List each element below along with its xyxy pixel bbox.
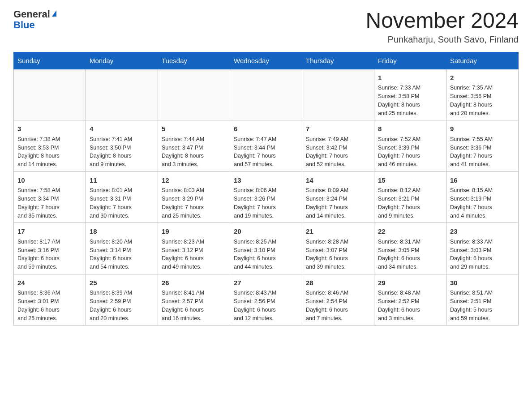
day-number: 27 xyxy=(234,278,298,288)
day-number: 14 xyxy=(306,176,370,186)
calendar-day-cell: 3Sunrise: 7:38 AM Sunset: 3:53 PM Daylig… xyxy=(14,120,86,172)
day-info: Sunrise: 7:41 AM Sunset: 3:50 PM Dayligh… xyxy=(90,135,154,169)
location-title: Punkaharju, South Savo, Finland xyxy=(365,34,519,45)
weekday-header: Monday xyxy=(86,52,158,69)
day-number: 6 xyxy=(234,124,298,134)
calendar-day-cell xyxy=(302,69,374,120)
calendar-day-cell: 19Sunrise: 8:23 AM Sunset: 3:12 PM Dayli… xyxy=(158,223,230,274)
day-number: 29 xyxy=(378,278,442,288)
day-number: 15 xyxy=(378,176,442,186)
day-number: 20 xyxy=(234,227,298,237)
calendar-day-cell xyxy=(86,69,158,120)
day-number: 18 xyxy=(90,227,154,237)
logo-blue-text: Blue xyxy=(13,20,35,30)
weekday-header: Friday xyxy=(374,52,446,69)
calendar-day-cell xyxy=(158,69,230,120)
day-number: 12 xyxy=(162,176,226,186)
day-info: Sunrise: 7:33 AM Sunset: 3:58 PM Dayligh… xyxy=(378,84,442,117)
calendar-day-cell: 11Sunrise: 8:01 AM Sunset: 3:31 PM Dayli… xyxy=(86,171,158,223)
day-info: Sunrise: 8:09 AM Sunset: 3:24 PM Dayligh… xyxy=(306,186,370,220)
day-number: 23 xyxy=(450,227,515,237)
title-block: November 2024 Punkaharju, South Savo, Fi… xyxy=(365,9,519,45)
calendar-day-cell: 14Sunrise: 8:09 AM Sunset: 3:24 PM Dayli… xyxy=(302,171,374,223)
day-number: 21 xyxy=(306,227,370,237)
day-info: Sunrise: 8:46 AM Sunset: 2:54 PM Dayligh… xyxy=(306,289,370,322)
day-number: 16 xyxy=(450,176,515,186)
weekday-header: Sunday xyxy=(14,52,86,69)
page-header: General Blue November 2024 Punkaharju, S… xyxy=(13,9,519,45)
day-info: Sunrise: 7:38 AM Sunset: 3:53 PM Dayligh… xyxy=(17,135,82,169)
day-number: 28 xyxy=(306,278,370,288)
calendar-table: SundayMondayTuesdayWednesdayThursdayFrid… xyxy=(13,52,519,326)
calendar-day-cell xyxy=(230,69,302,120)
calendar-day-cell: 1Sunrise: 7:33 AM Sunset: 3:58 PM Daylig… xyxy=(374,69,446,120)
calendar-day-cell xyxy=(14,69,86,120)
day-number: 7 xyxy=(306,124,370,134)
day-info: Sunrise: 7:35 AM Sunset: 3:56 PM Dayligh… xyxy=(450,84,515,117)
calendar-header-row: SundayMondayTuesdayWednesdayThursdayFrid… xyxy=(14,52,519,69)
calendar-day-cell: 15Sunrise: 8:12 AM Sunset: 3:21 PM Dayli… xyxy=(374,171,446,223)
month-title: November 2024 xyxy=(365,9,519,33)
day-info: Sunrise: 8:28 AM Sunset: 3:07 PM Dayligh… xyxy=(306,238,370,271)
calendar-day-cell: 22Sunrise: 8:31 AM Sunset: 3:05 PM Dayli… xyxy=(374,223,446,274)
calendar-day-cell: 24Sunrise: 8:36 AM Sunset: 3:01 PM Dayli… xyxy=(14,274,86,325)
day-info: Sunrise: 8:03 AM Sunset: 3:29 PM Dayligh… xyxy=(162,186,226,220)
day-number: 2 xyxy=(450,73,515,83)
day-number: 1 xyxy=(378,73,442,83)
day-info: Sunrise: 8:12 AM Sunset: 3:21 PM Dayligh… xyxy=(378,186,442,220)
day-number: 13 xyxy=(234,176,298,186)
calendar-day-cell: 8Sunrise: 7:52 AM Sunset: 3:39 PM Daylig… xyxy=(374,120,446,172)
day-info: Sunrise: 8:48 AM Sunset: 2:52 PM Dayligh… xyxy=(378,289,442,322)
calendar-day-cell: 6Sunrise: 7:47 AM Sunset: 3:44 PM Daylig… xyxy=(230,120,302,172)
day-number: 9 xyxy=(450,124,515,134)
calendar-day-cell: 9Sunrise: 7:55 AM Sunset: 3:36 PM Daylig… xyxy=(446,120,519,172)
calendar-day-cell: 4Sunrise: 7:41 AM Sunset: 3:50 PM Daylig… xyxy=(86,120,158,172)
calendar-day-cell: 10Sunrise: 7:58 AM Sunset: 3:34 PM Dayli… xyxy=(14,171,86,223)
day-number: 24 xyxy=(17,278,82,288)
calendar-day-cell: 26Sunrise: 8:41 AM Sunset: 2:57 PM Dayli… xyxy=(158,274,230,325)
day-info: Sunrise: 8:15 AM Sunset: 3:19 PM Dayligh… xyxy=(450,186,515,220)
calendar-day-cell: 2Sunrise: 7:35 AM Sunset: 3:56 PM Daylig… xyxy=(446,69,519,120)
calendar-week-row: 1Sunrise: 7:33 AM Sunset: 3:58 PM Daylig… xyxy=(14,69,519,120)
day-number: 11 xyxy=(90,176,154,186)
calendar-day-cell: 27Sunrise: 8:43 AM Sunset: 2:56 PM Dayli… xyxy=(230,274,302,325)
day-number: 8 xyxy=(378,124,442,134)
day-info: Sunrise: 8:17 AM Sunset: 3:16 PM Dayligh… xyxy=(17,238,82,271)
day-info: Sunrise: 8:41 AM Sunset: 2:57 PM Dayligh… xyxy=(162,289,226,322)
logo-general-text: General xyxy=(13,9,50,20)
calendar-day-cell: 12Sunrise: 8:03 AM Sunset: 3:29 PM Dayli… xyxy=(158,171,230,223)
day-info: Sunrise: 8:39 AM Sunset: 2:59 PM Dayligh… xyxy=(90,289,154,322)
day-info: Sunrise: 8:25 AM Sunset: 3:10 PM Dayligh… xyxy=(234,238,298,271)
day-number: 3 xyxy=(17,124,82,134)
weekday-header: Wednesday xyxy=(230,52,302,69)
day-info: Sunrise: 8:20 AM Sunset: 3:14 PM Dayligh… xyxy=(90,238,154,271)
day-info: Sunrise: 8:51 AM Sunset: 2:51 PM Dayligh… xyxy=(450,289,515,322)
day-info: Sunrise: 8:33 AM Sunset: 3:03 PM Dayligh… xyxy=(450,238,515,271)
day-info: Sunrise: 7:49 AM Sunset: 3:42 PM Dayligh… xyxy=(306,135,370,169)
day-number: 19 xyxy=(162,227,226,237)
calendar-day-cell: 7Sunrise: 7:49 AM Sunset: 3:42 PM Daylig… xyxy=(302,120,374,172)
day-number: 26 xyxy=(162,278,226,288)
logo: General Blue xyxy=(13,9,56,30)
calendar-day-cell: 5Sunrise: 7:44 AM Sunset: 3:47 PM Daylig… xyxy=(158,120,230,172)
calendar-day-cell: 25Sunrise: 8:39 AM Sunset: 2:59 PM Dayli… xyxy=(86,274,158,325)
calendar-day-cell: 16Sunrise: 8:15 AM Sunset: 3:19 PM Dayli… xyxy=(446,171,519,223)
day-info: Sunrise: 8:36 AM Sunset: 3:01 PM Dayligh… xyxy=(17,289,82,322)
day-info: Sunrise: 8:43 AM Sunset: 2:56 PM Dayligh… xyxy=(234,289,298,322)
day-info: Sunrise: 7:44 AM Sunset: 3:47 PM Dayligh… xyxy=(162,135,226,169)
calendar-day-cell: 21Sunrise: 8:28 AM Sunset: 3:07 PM Dayli… xyxy=(302,223,374,274)
calendar-day-cell: 18Sunrise: 8:20 AM Sunset: 3:14 PM Dayli… xyxy=(86,223,158,274)
calendar-week-row: 24Sunrise: 8:36 AM Sunset: 3:01 PM Dayli… xyxy=(14,274,519,325)
calendar-day-cell: 13Sunrise: 8:06 AM Sunset: 3:26 PM Dayli… xyxy=(230,171,302,223)
day-number: 4 xyxy=(90,124,154,134)
calendar-week-row: 17Sunrise: 8:17 AM Sunset: 3:16 PM Dayli… xyxy=(14,223,519,274)
day-number: 5 xyxy=(162,124,226,134)
day-info: Sunrise: 8:23 AM Sunset: 3:12 PM Dayligh… xyxy=(162,238,226,271)
calendar-day-cell: 28Sunrise: 8:46 AM Sunset: 2:54 PM Dayli… xyxy=(302,274,374,325)
logo-triangle-icon xyxy=(52,10,56,17)
calendar-day-cell: 17Sunrise: 8:17 AM Sunset: 3:16 PM Dayli… xyxy=(14,223,86,274)
day-number: 17 xyxy=(17,227,82,237)
weekday-header: Thursday xyxy=(302,52,374,69)
day-info: Sunrise: 7:52 AM Sunset: 3:39 PM Dayligh… xyxy=(378,135,442,169)
day-info: Sunrise: 8:31 AM Sunset: 3:05 PM Dayligh… xyxy=(378,238,442,271)
